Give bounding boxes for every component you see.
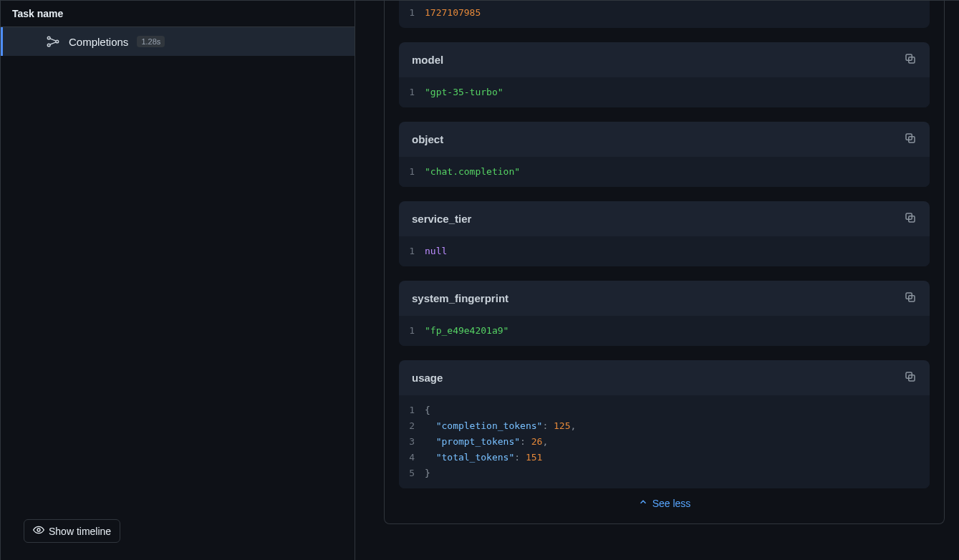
line-number: 1 [399, 164, 425, 180]
copy-button[interactable] [904, 291, 917, 306]
line-number: 1 [399, 243, 425, 259]
card-system-fingerprint: system_fingerprint 1 "fp_e49e4201a9" [399, 281, 930, 346]
colon: : [514, 452, 526, 463]
code-value: "gpt-35-turbo" [425, 85, 503, 100]
line-number: 2 [399, 418, 425, 434]
card-title: usage [412, 372, 443, 384]
code-value: 1727107985 [425, 5, 481, 21]
colon: : [520, 436, 531, 447]
card-title: model [412, 54, 443, 66]
line-number: 1 [399, 5, 425, 21]
json-key: "completion_tokens" [436, 420, 543, 431]
show-timeline-button[interactable]: Show timeline [24, 519, 120, 543]
line-number: 5 [399, 465, 425, 481]
main-panel[interactable]: 1 1727107985 model 1 "gpt-35-tu [355, 1, 959, 560]
code-block: 1 null [399, 236, 930, 266]
eye-icon [33, 524, 44, 538]
copy-button[interactable] [904, 132, 917, 147]
copy-icon [904, 52, 917, 67]
card-object: object 1 "chat.completion" [399, 122, 930, 187]
card-usage: usage 1 { 2 "completion_tokens": 125 [399, 360, 930, 488]
line-number: 3 [399, 434, 425, 450]
comma: , [571, 420, 577, 431]
code-block: 1 "fp_e49e4201a9" [399, 316, 930, 346]
sidebar-header: Task name [1, 1, 355, 27]
card-model: model 1 "gpt-35-turbo" [399, 42, 930, 107]
svg-point-1 [47, 44, 50, 47]
line-number: 1 [399, 402, 425, 418]
svg-point-2 [56, 40, 59, 43]
line-number: 4 [399, 450, 425, 465]
svg-point-0 [47, 37, 50, 39]
see-less-toggle[interactable]: See less [399, 488, 930, 509]
chevron-up-icon [638, 497, 648, 509]
code-block: 1 "gpt-35-turbo" [399, 77, 930, 107]
copy-icon [904, 370, 917, 385]
json-value: 26 [531, 436, 543, 447]
top-code-snippet: 1 1727107985 [399, 1, 930, 28]
copy-button[interactable] [904, 52, 917, 67]
comma: , [542, 436, 548, 447]
see-less-label: See less [652, 498, 691, 509]
card-service-tier: service_tier 1 null [399, 201, 930, 266]
task-item-label: Completions [69, 36, 128, 48]
code-value: "fp_e49e4201a9" [425, 323, 509, 339]
sidebar-footer: Show timeline [1, 508, 355, 560]
brace-close: } [425, 468, 430, 478]
code-value: null [425, 243, 447, 259]
line-number: 1 [399, 85, 425, 100]
details-panel: 1 1727107985 model 1 "gpt-35-tu [384, 1, 945, 524]
brace-open: { [425, 405, 430, 415]
copy-button[interactable] [904, 211, 917, 226]
json-value: 125 [554, 420, 570, 431]
json-key: "total_tokens" [436, 452, 515, 463]
copy-icon [904, 291, 917, 306]
task-item-completions[interactable]: Completions 1.28s [1, 27, 355, 56]
code-value: "chat.completion" [425, 164, 520, 180]
card-title: service_tier [412, 213, 471, 225]
task-duration-badge: 1.28s [137, 36, 165, 47]
card-title: object [412, 133, 443, 145]
graph-icon [46, 34, 60, 49]
task-list: Completions 1.28s [1, 27, 355, 508]
code-block: 1 { 2 "completion_tokens": 125, 3 "promp… [399, 395, 930, 488]
show-timeline-label: Show timeline [49, 526, 111, 537]
card-title: system_fingerprint [412, 292, 509, 304]
svg-point-3 [37, 528, 40, 531]
copy-button[interactable] [904, 370, 917, 385]
json-value: 151 [526, 452, 542, 463]
line-number: 1 [399, 323, 425, 339]
colon: : [542, 420, 554, 431]
sidebar: Task name Completions 1.28s [1, 1, 355, 560]
copy-icon [904, 211, 917, 226]
json-key: "prompt_tokens" [436, 436, 520, 447]
code-block: 1 "chat.completion" [399, 157, 930, 187]
copy-icon [904, 132, 917, 147]
